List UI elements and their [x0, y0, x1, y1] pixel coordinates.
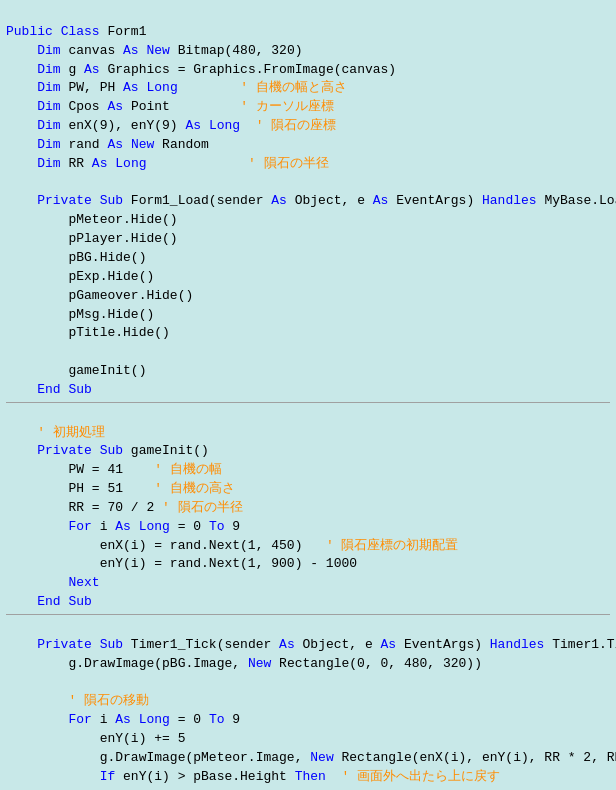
- code-editor: Public Class Form1 Dim canvas As New Bit…: [0, 0, 616, 790]
